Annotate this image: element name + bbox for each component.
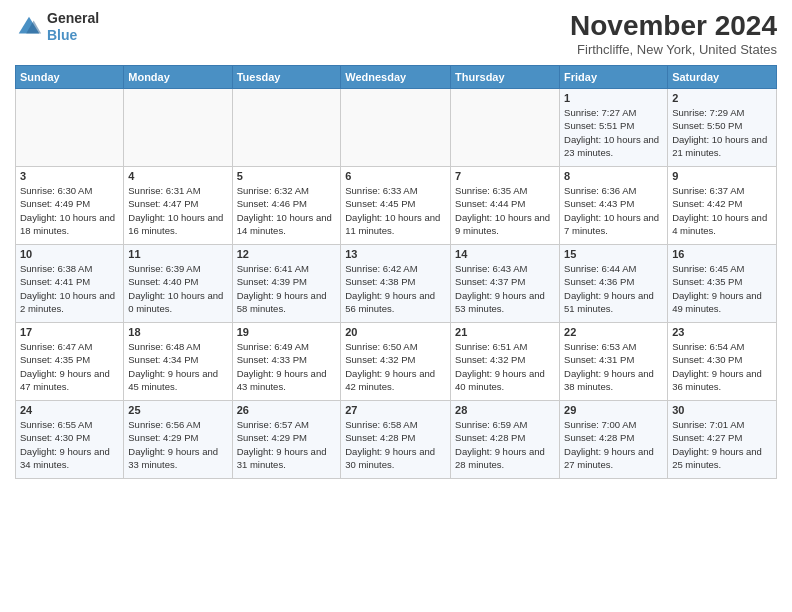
calendar-header-saturday: Saturday: [668, 66, 777, 89]
day-number: 20: [345, 326, 446, 338]
page: General Blue November 2024 Firthcliffe, …: [0, 0, 792, 612]
logo-icon: [15, 13, 43, 41]
day-number: 10: [20, 248, 119, 260]
calendar-cell: 19Sunrise: 6:49 AM Sunset: 4:33 PM Dayli…: [232, 323, 341, 401]
day-number: 15: [564, 248, 663, 260]
calendar-cell: 5Sunrise: 6:32 AM Sunset: 4:46 PM Daylig…: [232, 167, 341, 245]
day-info: Sunrise: 7:29 AM Sunset: 5:50 PM Dayligh…: [672, 106, 772, 159]
calendar-cell: 26Sunrise: 6:57 AM Sunset: 4:29 PM Dayli…: [232, 401, 341, 479]
day-number: 4: [128, 170, 227, 182]
calendar-cell: 18Sunrise: 6:48 AM Sunset: 4:34 PM Dayli…: [124, 323, 232, 401]
day-number: 17: [20, 326, 119, 338]
calendar-cell: 12Sunrise: 6:41 AM Sunset: 4:39 PM Dayli…: [232, 245, 341, 323]
location: Firthcliffe, New York, United States: [570, 42, 777, 57]
calendar-cell: 8Sunrise: 6:36 AM Sunset: 4:43 PM Daylig…: [560, 167, 668, 245]
calendar-cell: 17Sunrise: 6:47 AM Sunset: 4:35 PM Dayli…: [16, 323, 124, 401]
logo-line1: General: [47, 10, 99, 26]
day-number: 19: [237, 326, 337, 338]
calendar-cell: 1Sunrise: 7:27 AM Sunset: 5:51 PM Daylig…: [560, 89, 668, 167]
day-number: 16: [672, 248, 772, 260]
day-info: Sunrise: 6:41 AM Sunset: 4:39 PM Dayligh…: [237, 262, 337, 315]
calendar-cell: 14Sunrise: 6:43 AM Sunset: 4:37 PM Dayli…: [451, 245, 560, 323]
day-info: Sunrise: 6:50 AM Sunset: 4:32 PM Dayligh…: [345, 340, 446, 393]
calendar-cell: 10Sunrise: 6:38 AM Sunset: 4:41 PM Dayli…: [16, 245, 124, 323]
day-info: Sunrise: 6:47 AM Sunset: 4:35 PM Dayligh…: [20, 340, 119, 393]
day-info: Sunrise: 6:48 AM Sunset: 4:34 PM Dayligh…: [128, 340, 227, 393]
calendar-cell: 4Sunrise: 6:31 AM Sunset: 4:47 PM Daylig…: [124, 167, 232, 245]
day-info: Sunrise: 6:37 AM Sunset: 4:42 PM Dayligh…: [672, 184, 772, 237]
logo-text: General Blue: [47, 10, 99, 44]
day-number: 11: [128, 248, 227, 260]
calendar-cell: [451, 89, 560, 167]
day-info: Sunrise: 7:01 AM Sunset: 4:27 PM Dayligh…: [672, 418, 772, 471]
day-info: Sunrise: 6:43 AM Sunset: 4:37 PM Dayligh…: [455, 262, 555, 315]
calendar: SundayMondayTuesdayWednesdayThursdayFrid…: [15, 65, 777, 479]
calendar-header-row: SundayMondayTuesdayWednesdayThursdayFrid…: [16, 66, 777, 89]
day-number: 21: [455, 326, 555, 338]
day-number: 9: [672, 170, 772, 182]
day-number: 29: [564, 404, 663, 416]
day-info: Sunrise: 6:36 AM Sunset: 4:43 PM Dayligh…: [564, 184, 663, 237]
calendar-week-3: 10Sunrise: 6:38 AM Sunset: 4:41 PM Dayli…: [16, 245, 777, 323]
day-number: 7: [455, 170, 555, 182]
calendar-cell: 22Sunrise: 6:53 AM Sunset: 4:31 PM Dayli…: [560, 323, 668, 401]
day-number: 24: [20, 404, 119, 416]
calendar-header-friday: Friday: [560, 66, 668, 89]
day-number: 12: [237, 248, 337, 260]
calendar-cell: 24Sunrise: 6:55 AM Sunset: 4:30 PM Dayli…: [16, 401, 124, 479]
day-number: 28: [455, 404, 555, 416]
day-info: Sunrise: 6:39 AM Sunset: 4:40 PM Dayligh…: [128, 262, 227, 315]
calendar-cell: 25Sunrise: 6:56 AM Sunset: 4:29 PM Dayli…: [124, 401, 232, 479]
day-info: Sunrise: 6:33 AM Sunset: 4:45 PM Dayligh…: [345, 184, 446, 237]
calendar-cell: 11Sunrise: 6:39 AM Sunset: 4:40 PM Dayli…: [124, 245, 232, 323]
calendar-cell: 27Sunrise: 6:58 AM Sunset: 4:28 PM Dayli…: [341, 401, 451, 479]
day-info: Sunrise: 7:27 AM Sunset: 5:51 PM Dayligh…: [564, 106, 663, 159]
day-info: Sunrise: 6:56 AM Sunset: 4:29 PM Dayligh…: [128, 418, 227, 471]
day-info: Sunrise: 6:53 AM Sunset: 4:31 PM Dayligh…: [564, 340, 663, 393]
calendar-cell: 30Sunrise: 7:01 AM Sunset: 4:27 PM Dayli…: [668, 401, 777, 479]
calendar-header-wednesday: Wednesday: [341, 66, 451, 89]
logo: General Blue: [15, 10, 99, 44]
day-info: Sunrise: 6:30 AM Sunset: 4:49 PM Dayligh…: [20, 184, 119, 237]
day-number: 14: [455, 248, 555, 260]
calendar-cell: 6Sunrise: 6:33 AM Sunset: 4:45 PM Daylig…: [341, 167, 451, 245]
day-number: 30: [672, 404, 772, 416]
calendar-cell: 15Sunrise: 6:44 AM Sunset: 4:36 PM Dayli…: [560, 245, 668, 323]
calendar-cell: 9Sunrise: 6:37 AM Sunset: 4:42 PM Daylig…: [668, 167, 777, 245]
day-number: 6: [345, 170, 446, 182]
calendar-header-monday: Monday: [124, 66, 232, 89]
day-number: 13: [345, 248, 446, 260]
day-info: Sunrise: 6:38 AM Sunset: 4:41 PM Dayligh…: [20, 262, 119, 315]
day-info: Sunrise: 6:44 AM Sunset: 4:36 PM Dayligh…: [564, 262, 663, 315]
calendar-header-thursday: Thursday: [451, 66, 560, 89]
calendar-cell: 2Sunrise: 7:29 AM Sunset: 5:50 PM Daylig…: [668, 89, 777, 167]
day-number: 26: [237, 404, 337, 416]
day-info: Sunrise: 6:58 AM Sunset: 4:28 PM Dayligh…: [345, 418, 446, 471]
calendar-header-tuesday: Tuesday: [232, 66, 341, 89]
calendar-cell: 23Sunrise: 6:54 AM Sunset: 4:30 PM Dayli…: [668, 323, 777, 401]
day-info: Sunrise: 6:31 AM Sunset: 4:47 PM Dayligh…: [128, 184, 227, 237]
day-info: Sunrise: 6:57 AM Sunset: 4:29 PM Dayligh…: [237, 418, 337, 471]
day-number: 18: [128, 326, 227, 338]
day-number: 22: [564, 326, 663, 338]
day-info: Sunrise: 6:59 AM Sunset: 4:28 PM Dayligh…: [455, 418, 555, 471]
calendar-cell: 16Sunrise: 6:45 AM Sunset: 4:35 PM Dayli…: [668, 245, 777, 323]
calendar-week-5: 24Sunrise: 6:55 AM Sunset: 4:30 PM Dayli…: [16, 401, 777, 479]
day-number: 3: [20, 170, 119, 182]
day-info: Sunrise: 6:54 AM Sunset: 4:30 PM Dayligh…: [672, 340, 772, 393]
day-info: Sunrise: 6:49 AM Sunset: 4:33 PM Dayligh…: [237, 340, 337, 393]
header: General Blue November 2024 Firthcliffe, …: [15, 10, 777, 57]
calendar-cell: 20Sunrise: 6:50 AM Sunset: 4:32 PM Dayli…: [341, 323, 451, 401]
calendar-week-4: 17Sunrise: 6:47 AM Sunset: 4:35 PM Dayli…: [16, 323, 777, 401]
calendar-cell: 13Sunrise: 6:42 AM Sunset: 4:38 PM Dayli…: [341, 245, 451, 323]
title-block: November 2024 Firthcliffe, New York, Uni…: [570, 10, 777, 57]
calendar-cell: [341, 89, 451, 167]
calendar-cell: 7Sunrise: 6:35 AM Sunset: 4:44 PM Daylig…: [451, 167, 560, 245]
day-info: Sunrise: 6:42 AM Sunset: 4:38 PM Dayligh…: [345, 262, 446, 315]
calendar-cell: [124, 89, 232, 167]
calendar-cell: 29Sunrise: 7:00 AM Sunset: 4:28 PM Dayli…: [560, 401, 668, 479]
calendar-cell: [232, 89, 341, 167]
day-number: 1: [564, 92, 663, 104]
calendar-cell: 21Sunrise: 6:51 AM Sunset: 4:32 PM Dayli…: [451, 323, 560, 401]
calendar-cell: [16, 89, 124, 167]
